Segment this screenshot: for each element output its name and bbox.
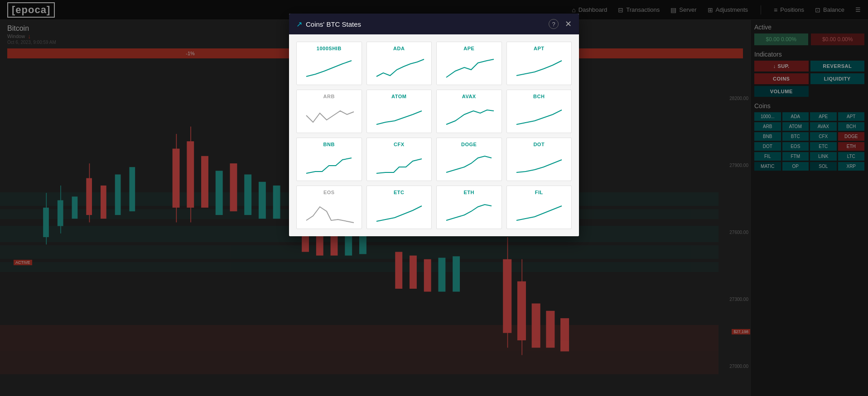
coin-chart-fil — [512, 198, 566, 225]
coin-chart-ape — [442, 54, 496, 81]
coins-btc-states-modal: ↗ Coins' BTC States ? ✕ 1000SHIB ADA — [289, 14, 579, 236]
coin-chart-eos — [302, 198, 356, 225]
coin-chart-atom — [372, 102, 426, 129]
modal-title-text: Coins' BTC States — [306, 20, 361, 28]
coin-card-avax: AVAX — [436, 90, 502, 133]
coin-card-name-fil: FIL — [535, 190, 543, 195]
coin-card-1000shib: 1000SHIB — [296, 42, 362, 85]
coin-card-name-eos: EOS — [323, 190, 335, 195]
coin-chart-arb — [302, 102, 356, 129]
coin-card-name-avax: AVAX — [462, 94, 476, 99]
modal-title: ↗ Coins' BTC States — [296, 20, 361, 29]
coin-card-name-1000shib: 1000SHIB — [317, 46, 342, 51]
modal-overlay: ↗ Coins' BTC States ? ✕ 1000SHIB ADA — [0, 0, 868, 396]
coin-card-name-doge: DOGE — [461, 142, 477, 147]
modal-close-button[interactable]: ✕ — [565, 20, 572, 28]
coin-card-name-apt: APT — [534, 46, 545, 51]
coin-card-apt: APT — [506, 42, 572, 85]
coin-chart-etc — [372, 198, 426, 225]
coins-modal-grid: 1000SHIB ADA APE — [296, 42, 572, 229]
modal-body: 1000SHIB ADA APE — [289, 34, 579, 236]
coin-card-name-etc: ETC — [394, 190, 405, 195]
coin-card-ape: APE — [436, 42, 502, 85]
coin-card-dot: DOT — [506, 138, 572, 181]
coin-chart-ada — [372, 54, 426, 81]
coin-card-bnb: BNB — [296, 138, 362, 181]
coin-card-name-ada: ADA — [393, 46, 405, 51]
coin-card-bch: BCH — [506, 90, 572, 133]
coin-chart-apt — [512, 54, 566, 81]
coin-card-etc: ETC — [366, 186, 432, 229]
coin-card-name-bch: BCH — [533, 94, 545, 99]
coin-card-name-ape: APE — [463, 46, 474, 51]
coin-chart-bnb — [302, 150, 356, 177]
coin-card-name-eth: ETH — [464, 190, 475, 195]
coin-card-doge: DOGE — [436, 138, 502, 181]
coin-card-eth: ETH — [436, 186, 502, 229]
coin-card-fil: FIL — [506, 186, 572, 229]
coin-card-name-dot: DOT — [533, 142, 545, 147]
coin-chart-avax — [442, 102, 496, 129]
coin-chart-bch — [512, 102, 566, 129]
coin-card-cfx: CFX — [366, 138, 432, 181]
coin-card-name-atom: ATOM — [391, 94, 406, 99]
trend-icon: ↗ — [296, 20, 302, 29]
coin-chart-cfx — [372, 150, 426, 177]
modal-actions: ? ✕ — [549, 19, 572, 29]
coin-card-name-arb: ARB — [323, 94, 335, 99]
coin-chart-dot — [512, 150, 566, 177]
coin-chart-doge — [442, 150, 496, 177]
coin-card-name-bnb: BNB — [323, 142, 335, 147]
coin-card-arb: ARB — [296, 90, 362, 133]
coin-chart-1000shib — [302, 54, 356, 81]
coin-card-ada: ADA — [366, 42, 432, 85]
coin-card-eos: EOS — [296, 186, 362, 229]
coin-chart-eth — [442, 198, 496, 225]
coin-card-name-cfx: CFX — [394, 142, 405, 147]
modal-help-button[interactable]: ? — [549, 19, 559, 29]
coin-card-atom: ATOM — [366, 90, 432, 133]
modal-header: ↗ Coins' BTC States ? ✕ — [289, 14, 579, 34]
